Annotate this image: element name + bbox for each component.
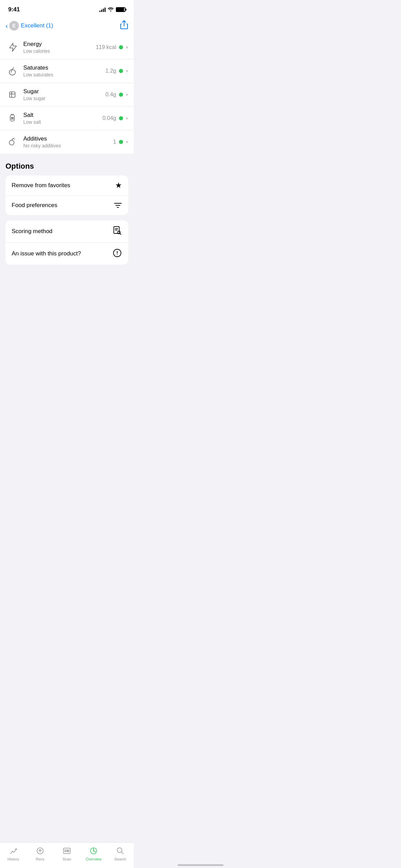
saturates-value: 1.2g [106, 68, 116, 74]
svg-rect-1 [10, 92, 15, 97]
sugar-status-dot [119, 93, 123, 97]
sugar-name: Sugar [23, 88, 103, 95]
document-search-icon [112, 226, 122, 237]
share-button[interactable] [120, 20, 128, 32]
scoring-method-item[interactable]: Scoring method [5, 220, 128, 243]
back-chevron-icon: ‹ [5, 22, 8, 29]
salt-icon [5, 111, 19, 125]
sugar-value: 0.4g [106, 92, 116, 98]
scoring-method-label: Scoring method [12, 228, 52, 235]
options-section: Options Remove from favorites ★ Food pre… [0, 154, 134, 274]
status-icons [99, 7, 125, 13]
star-icon: ★ [115, 181, 122, 190]
nav-header: ‹ E Excellent (1) [0, 17, 134, 36]
energy-value: 119 kcal [96, 44, 116, 50]
nutrition-item-energy[interactable]: Energy Low calories 119 kcal ▾ [0, 36, 134, 59]
battery-icon [116, 7, 125, 12]
salt-sub: Low salt [23, 119, 100, 125]
sugar-icon [5, 88, 19, 101]
status-bar: 9:41 [0, 0, 134, 17]
saturates-icon [5, 64, 19, 78]
sugar-sub: Low sugar [23, 96, 103, 101]
additives-name: Additives [23, 135, 110, 142]
title-badge: E [9, 21, 19, 31]
additives-chevron-icon: ▾ [126, 139, 128, 145]
saturates-status-dot [119, 69, 123, 73]
remove-favorites-item[interactable]: Remove from favorites ★ [5, 176, 128, 196]
energy-icon [5, 40, 19, 54]
issue-product-item[interactable]: An issue with this product? [5, 243, 128, 265]
filter-icon [114, 201, 122, 209]
nutrition-list: Energy Low calories 119 kcal ▾ Saturates… [0, 36, 134, 154]
nutrition-item-sugar[interactable]: Sugar Low sugar 0.4g ▾ [0, 83, 134, 107]
salt-value: 0.04g [102, 115, 116, 121]
svg-point-14 [117, 254, 118, 255]
remove-favorites-label: Remove from favorites [12, 182, 70, 189]
energy-chevron-icon: ▾ [126, 45, 128, 50]
sugar-chevron-icon: ▾ [126, 92, 128, 97]
food-preferences-item[interactable]: Food preferences [5, 196, 128, 215]
back-button[interactable]: ‹ E Excellent (1) [5, 21, 53, 31]
svg-point-0 [9, 70, 15, 75]
food-preferences-label: Food preferences [12, 202, 57, 209]
info-card: Scoring method An issue with this produc… [5, 220, 128, 265]
nutrition-item-saturates[interactable]: Saturates Low saturates 1.2g ▾ [0, 59, 134, 83]
svg-rect-2 [10, 115, 14, 121]
wifi-icon [108, 7, 114, 13]
svg-point-7 [9, 140, 14, 145]
saturates-chevron-icon: ▾ [126, 68, 128, 74]
back-label: Excellent (1) [21, 22, 53, 29]
svg-point-4 [13, 117, 13, 118]
nutrition-item-salt[interactable]: Salt Low salt 0.04g ▾ [0, 107, 134, 130]
salt-chevron-icon: ▾ [126, 116, 128, 121]
additives-icon [5, 135, 19, 149]
salt-name: Salt [23, 112, 100, 119]
energy-name: Energy [23, 41, 93, 48]
additives-value: 1 [113, 139, 116, 145]
nutrition-item-additives[interactable]: Additives No risky additives 1 ▾ [0, 130, 134, 154]
issue-product-label: An issue with this product? [12, 250, 81, 257]
saturates-name: Saturates [23, 64, 103, 71]
additives-status-dot [119, 140, 123, 144]
exclamation-icon [112, 248, 122, 259]
signal-icon [99, 7, 106, 12]
saturates-sub: Low saturates [23, 72, 103, 77]
svg-point-3 [11, 117, 12, 118]
options-title: Options [5, 162, 128, 171]
additives-sub: No risky additives [23, 143, 110, 148]
status-time: 9:41 [8, 6, 20, 13]
energy-sub: Low calories [23, 48, 93, 54]
svg-point-6 [13, 119, 13, 119]
energy-status-dot [119, 45, 123, 49]
salt-status-dot [119, 116, 123, 120]
svg-point-5 [11, 119, 12, 119]
options-card: Remove from favorites ★ Food preferences [5, 176, 128, 215]
